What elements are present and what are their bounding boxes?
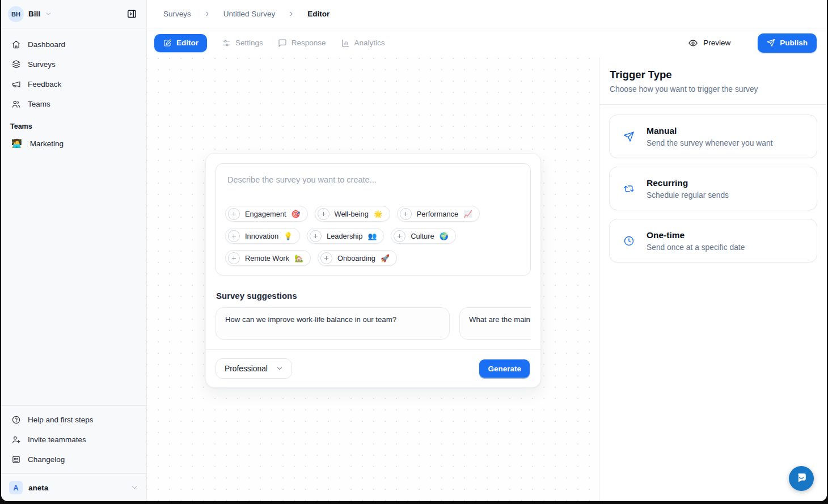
sidebar-item-changelog[interactable]: Changelog (6, 450, 142, 469)
trigger-option-manual[interactable]: Manual Send the survey whenever you want (609, 115, 817, 158)
prompt-box: Engagement 🎯 Well-being 🌟 (216, 163, 531, 276)
sidebar-item-dashboard[interactable]: Dashboard (6, 35, 142, 54)
repeat-icon (623, 183, 635, 194)
chevron-down-icon (276, 365, 284, 372)
send-icon (623, 131, 635, 142)
preview-button[interactable]: Preview (688, 38, 730, 48)
sidebar-item-label: Invite teammates (28, 435, 86, 444)
preview-label: Preview (703, 39, 730, 47)
option-title: One-time (647, 230, 745, 240)
app-window: BH Bill Dashboard Surveys Feedback T (1, 0, 827, 501)
tone-value: Professional (225, 365, 268, 373)
chip-label: Culture (411, 232, 434, 240)
sidebar-item-label: Surveys (28, 60, 56, 69)
sidebar-item-invite[interactable]: Invite teammates (6, 430, 142, 449)
sidebar-item-teams[interactable]: Teams (6, 95, 142, 113)
sidebar-nav: Dashboard Surveys Feedback Teams (1, 28, 146, 113)
trigger-panel-header: Trigger Type Choose how you want to trig… (599, 57, 827, 105)
tab-label: Analytics (354, 39, 385, 47)
trigger-option-recurring[interactable]: Recurring Schedule regular sends (609, 167, 817, 210)
breadcrumb-editor: Editor (307, 10, 329, 18)
chip-emoji: 🎯 (292, 210, 301, 218)
chat-bubble-icon (795, 472, 808, 486)
chip-engagement[interactable]: Engagement 🎯 (225, 206, 308, 222)
users-icon (11, 99, 21, 109)
chip-label: Performance (417, 210, 458, 218)
editor-canvas[interactable]: Engagement 🎯 Well-being 🌟 (147, 57, 599, 501)
sidebar-item-team-marketing[interactable]: 🧑‍💻 Marketing (1, 134, 146, 153)
help-circle-icon (11, 415, 21, 425)
team-label: Marketing (30, 139, 64, 148)
user-plus-icon (11, 435, 21, 444)
workspace-avatar[interactable]: BH (8, 6, 24, 22)
panel-collapse-icon (126, 9, 137, 19)
workspace-name[interactable]: Bill (28, 10, 40, 18)
account-menu[interactable]: A aneta (1, 473, 146, 501)
tab-label: Response (292, 39, 326, 47)
chip-performance[interactable]: Performance 📈 (397, 206, 480, 222)
chip-innovation[interactable]: Innovation 💡 (225, 228, 300, 244)
plus-icon (310, 230, 322, 242)
breadcrumb: Surveys Untitled Survey Editor (147, 0, 827, 28)
topic-chips: Engagement 🎯 Well-being 🌟 (225, 206, 521, 267)
message-square-icon (278, 39, 287, 48)
chevron-right-icon (204, 10, 211, 18)
sliders-icon (222, 39, 231, 48)
plus-icon (228, 230, 240, 242)
survey-description-input[interactable] (225, 172, 521, 206)
clock-icon (623, 235, 635, 247)
user-name: aneta (28, 484, 48, 492)
chip-emoji: 💡 (284, 232, 293, 240)
chip-well-being[interactable]: Well-being 🌟 (315, 206, 390, 222)
option-title: Recurring (647, 178, 729, 188)
plus-icon (318, 208, 329, 220)
chip-onboarding[interactable]: Onboarding 🚀 (318, 250, 397, 266)
survey-composer-card: Engagement 🎯 Well-being 🌟 (205, 153, 541, 388)
option-description: Send the survey whenever you want (647, 139, 772, 147)
trigger-option-one-time[interactable]: One-time Send once at a specific date (609, 219, 817, 262)
trigger-type-panel: Trigger Type Choose how you want to trig… (599, 57, 827, 501)
chip-label: Innovation (245, 232, 278, 240)
sidebar-item-feedback[interactable]: Feedback (6, 75, 142, 94)
suggestion-card[interactable]: How can we improve work-life balance in … (216, 307, 450, 340)
sidebar-collapse-button[interactable] (124, 6, 140, 22)
chip-label: Remote Work (245, 254, 289, 262)
chip-leadership[interactable]: Leadership 👥 (307, 228, 384, 244)
tab-settings[interactable]: Settings (222, 39, 263, 48)
tab-analytics[interactable]: Analytics (341, 39, 385, 48)
sidebar-header: BH Bill (1, 0, 146, 28)
tab-response[interactable]: Response (278, 39, 326, 48)
tab-bar: Editor Settings Response Analytics Previ… (147, 28, 827, 57)
chip-emoji: 📈 (463, 210, 472, 218)
chat-launcher-button[interactable] (789, 466, 814, 491)
chip-emoji: 🌍 (440, 232, 449, 240)
bar-chart-icon (341, 39, 350, 48)
chip-emoji: 🚀 (381, 254, 390, 262)
tab-editor[interactable]: Editor (154, 34, 207, 52)
chevron-down-icon (130, 484, 138, 492)
breadcrumb-untitled-survey[interactable]: Untitled Survey (223, 10, 276, 18)
teams-section-header: Teams (1, 113, 146, 134)
option-title: Manual (647, 126, 772, 136)
generate-button[interactable]: Generate (479, 359, 530, 378)
sidebar: BH Bill Dashboard Surveys Feedback T (1, 0, 147, 501)
home-icon (11, 40, 21, 49)
publish-button[interactable]: Publish (758, 33, 817, 53)
suggestions-title: Survey suggestions (216, 291, 531, 300)
sidebar-item-surveys[interactable]: Surveys (6, 55, 142, 74)
sidebar-item-help[interactable]: Help and first steps (6, 410, 142, 429)
breadcrumb-surveys[interactable]: Surveys (163, 10, 191, 18)
megaphone-icon (11, 79, 21, 89)
chip-emoji: 👥 (367, 232, 377, 240)
tone-select[interactable]: Professional (216, 358, 292, 379)
chip-label: Onboarding (337, 254, 375, 262)
sidebar-footer-nav: Help and first steps Invite teammates Ch… (1, 405, 146, 473)
chip-remote-work[interactable]: Remote Work 🏡 (225, 250, 311, 266)
chip-culture[interactable]: Culture 🌍 (391, 228, 455, 244)
plus-icon (394, 230, 405, 242)
sidebar-item-label: Dashboard (28, 40, 65, 49)
send-icon (767, 39, 775, 47)
suggestion-card[interactable]: What are the main ob (459, 307, 531, 340)
plus-icon (228, 252, 240, 264)
panel-subtitle: Choose how you want to trigger the surve… (610, 85, 817, 94)
